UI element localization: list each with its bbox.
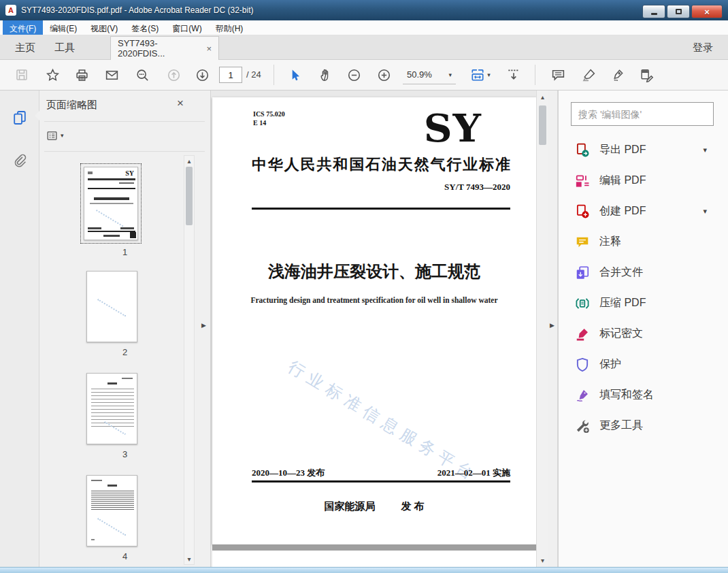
close-icon: ×	[704, 7, 710, 16]
page-gap	[212, 544, 536, 551]
chevron-down-icon[interactable]: ▾	[703, 146, 707, 154]
tools-search-input[interactable]	[571, 102, 714, 126]
menu-edit[interactable]: 编辑(E)	[43, 20, 84, 35]
minimize-button[interactable]	[642, 5, 665, 18]
publish-word: 发 布	[401, 500, 424, 513]
menu-sign[interactable]: 签名(S)	[125, 20, 165, 35]
tool-fill-sign[interactable]: 填写和签名	[559, 380, 728, 410]
tool-comment[interactable]: 注释	[559, 227, 728, 257]
tool-protect[interactable]: 保护	[559, 349, 728, 380]
thumbnail-page-1[interactable]: SY	[80, 163, 142, 244]
collapse-left-panel-handle[interactable]: ▶	[201, 322, 206, 329]
scroll-down-icon[interactable]: ▾	[184, 555, 194, 563]
scroll-up-icon[interactable]: ▴	[537, 93, 548, 101]
page-thumbnails-icon	[12, 110, 28, 126]
scroll-up-icon[interactable]: ▴	[184, 157, 194, 165]
collapse-right-panel-handle[interactable]: ▶	[550, 322, 555, 329]
comment-icon	[575, 235, 590, 250]
menu-window[interactable]: 窗口(W)	[165, 20, 208, 35]
pdf-page-1[interactable]: ICS 75.020 E 14 SY 中华人民共和国石油天然气行业标准 SY/T…	[212, 97, 536, 544]
thumbnail-resize-handle[interactable]	[130, 232, 136, 238]
save-button[interactable]	[10, 63, 33, 86]
tool-combine-files[interactable]: 合并文件	[559, 257, 728, 288]
email-button[interactable]	[100, 63, 123, 86]
search-button[interactable]	[131, 63, 154, 86]
tab-home[interactable]: 主页	[15, 35, 35, 60]
stamp-edit-button[interactable]	[635, 63, 658, 86]
scrollbar-thumb[interactable]	[539, 105, 546, 145]
email-icon	[105, 68, 119, 82]
fit-width-button[interactable]: ▾	[465, 63, 495, 86]
sy-logo: SY	[424, 106, 482, 150]
tools-list: 导出 PDF ▾ 编辑 PDF 创建 PDF ▾ 注释	[559, 135, 728, 441]
close-button[interactable]: ×	[691, 5, 723, 18]
tool-edit-pdf[interactable]: 编辑 PDF	[559, 165, 728, 196]
navigation-pane-strip	[0, 91, 39, 567]
pdf-page-2-top[interactable]	[212, 551, 536, 567]
tool-compress-pdf[interactable]: 压缩 PDF	[559, 288, 728, 318]
thumbnail-options-button[interactable]: ▾	[46, 127, 69, 144]
chevron-down-icon: ▾	[448, 71, 452, 78]
tool-create-pdf[interactable]: 创建 PDF ▾	[559, 196, 728, 227]
print-icon	[75, 68, 89, 82]
arrow-up-circle-icon	[167, 68, 181, 82]
acrobat-pdf-icon: A	[5, 5, 16, 16]
thumbnail-page-4[interactable]	[86, 475, 137, 546]
tab-document[interactable]: SYT7493-2020FDIS... ×	[110, 36, 219, 60]
document-scrollbar[interactable]: ▴ ▾	[536, 91, 548, 567]
page-total-label: / 24	[246, 69, 261, 80]
star-icon	[46, 68, 60, 82]
redact-marker-icon	[575, 327, 590, 342]
thumbnail-page-2[interactable]	[86, 271, 137, 342]
zoom-in-button[interactable]	[372, 63, 395, 86]
create-pdf-icon	[575, 204, 590, 219]
select-tool-button[interactable]	[283, 63, 306, 86]
zoom-out-button[interactable]	[342, 63, 365, 86]
panel-close-button[interactable]: ×	[173, 96, 188, 111]
maximize-button[interactable]	[667, 5, 690, 18]
attachments-pane-button[interactable]	[10, 150, 30, 171]
tab-tools[interactable]: 工具	[54, 35, 75, 60]
print-button[interactable]	[70, 63, 93, 86]
comment-button[interactable]	[546, 63, 569, 86]
zoom-level-value: 50.9%	[407, 69, 432, 80]
sign-button[interactable]	[606, 63, 629, 86]
page-thumbnails-pane-button[interactable]	[10, 108, 30, 128]
menu-view[interactable]: 视图(V)	[84, 20, 125, 35]
tool-redact[interactable]: 标记密文	[559, 318, 728, 349]
save-icon	[15, 68, 29, 82]
menu-help[interactable]: 帮助(H)	[209, 20, 250, 35]
highlight-button[interactable]	[577, 63, 600, 86]
scroll-mode-button[interactable]	[502, 63, 525, 86]
content-region: 页面缩略图 × ▾ SY	[0, 91, 728, 567]
fit-width-icon	[470, 67, 485, 82]
page-number-input[interactable]	[219, 67, 242, 83]
arrow-down-circle-icon	[195, 68, 210, 82]
star-button[interactable]	[41, 63, 64, 86]
tool-export-pdf[interactable]: 导出 PDF ▾	[559, 135, 728, 165]
document-subtitle-en: Fracturing design and treatment specific…	[212, 296, 536, 304]
thumbnail-page-1-image: SY	[84, 167, 138, 240]
horizontal-rule	[252, 480, 510, 482]
main-toolbar: / 24 50.9% ▾ ▾	[0, 60, 728, 91]
hand-tool-button[interactable]	[314, 63, 337, 86]
scroll-down-icon[interactable]: ▾	[537, 557, 548, 564]
tool-more-tools[interactable]: 更多工具	[559, 410, 728, 441]
minus-circle-icon	[347, 68, 361, 82]
active-pane-notch	[35, 111, 39, 120]
login-button[interactable]: 登录	[693, 35, 713, 60]
fountain-pen-icon	[610, 68, 625, 82]
tab-close-icon[interactable]: ×	[206, 44, 212, 54]
chevron-down-icon[interactable]: ▾	[703, 207, 707, 216]
menu-file[interactable]: 文件(F)	[3, 20, 43, 35]
toolbar-separator	[274, 65, 274, 85]
next-page-button[interactable]	[191, 63, 214, 86]
scrollbar-thumb[interactable]	[186, 167, 193, 225]
thumbnail-page-3[interactable]	[86, 373, 137, 444]
thumbnails-scrollbar[interactable]: ▴ ▾	[184, 155, 195, 565]
zoom-level-dropdown[interactable]: 50.9% ▾	[403, 65, 456, 84]
title-bar: A SYT7493-2020FDIS.pdf.pdf - Adobe Acrob…	[0, 0, 728, 20]
minimize-icon	[651, 13, 657, 15]
paperclip-icon	[12, 153, 27, 168]
previous-page-button[interactable]	[162, 63, 185, 86]
